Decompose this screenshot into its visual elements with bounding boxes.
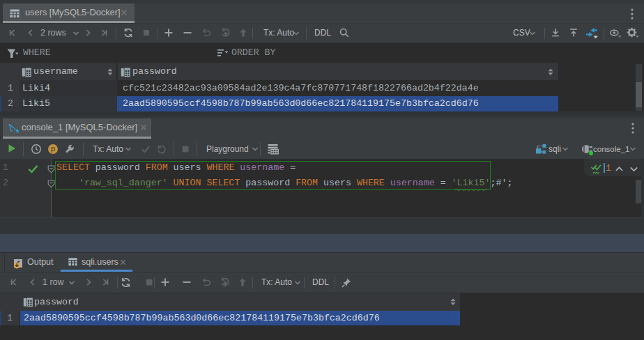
svg-text:p: p [51,144,55,153]
